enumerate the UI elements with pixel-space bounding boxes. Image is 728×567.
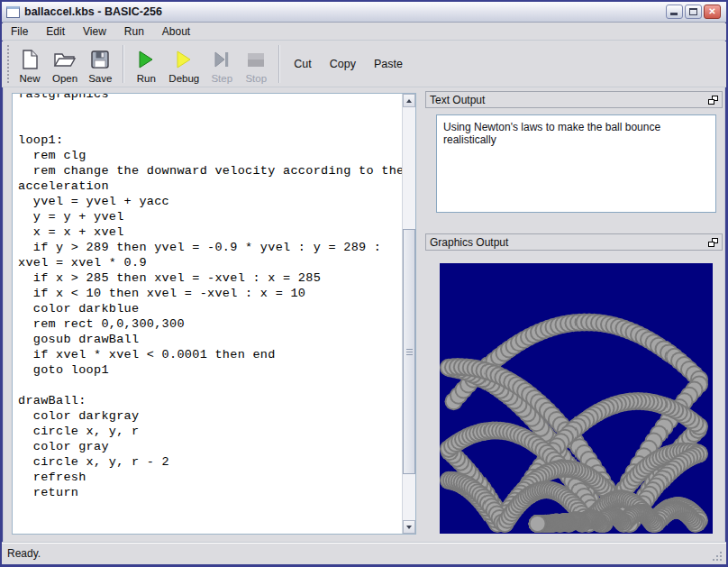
maximize-button[interactable] bbox=[685, 5, 702, 19]
debug-button[interactable]: Debug bbox=[163, 41, 205, 87]
menu-file[interactable]: File bbox=[2, 23, 37, 40]
copy-button[interactable]: Copy bbox=[321, 52, 365, 76]
text-output-content: Using Newton's laws to make the ball bou… bbox=[443, 121, 660, 146]
paste-button[interactable]: Paste bbox=[365, 52, 412, 76]
toolbar-separator bbox=[123, 45, 123, 83]
code-line: fastgraphics bbox=[18, 94, 402, 102]
app-icon bbox=[6, 6, 20, 18]
basic256-window: ballaccel.kbs - BASIC-256 ✕ File Edit Vi… bbox=[0, 0, 728, 567]
run-play-icon bbox=[137, 48, 155, 71]
stop-icon bbox=[246, 48, 266, 71]
code-line: circle x, y, r bbox=[18, 424, 402, 439]
new-button[interactable]: New bbox=[13, 41, 47, 87]
code-line: goto loop1 bbox=[18, 362, 402, 378]
graphics-canvas bbox=[440, 263, 713, 534]
menu-view[interactable]: View bbox=[74, 23, 115, 40]
code-line: if x < 10 then xvel = -xvel : x = 10 bbox=[18, 286, 402, 301]
status-text: Ready. bbox=[7, 547, 41, 560]
code-line: loop1: bbox=[18, 133, 402, 148]
graphics-output-title: Graphics Output bbox=[430, 236, 508, 249]
new-document-icon bbox=[20, 48, 40, 71]
toolbar-separator bbox=[278, 45, 279, 83]
save-button[interactable]: Save bbox=[83, 41, 117, 87]
close-button[interactable]: ✕ bbox=[704, 5, 721, 19]
code-line: refresh bbox=[18, 470, 402, 485]
arrow-up-icon bbox=[406, 99, 412, 103]
step-button[interactable]: Step bbox=[205, 41, 239, 87]
save-floppy-icon bbox=[90, 48, 110, 71]
editor-scrollbar[interactable] bbox=[402, 94, 415, 534]
resize-grip-icon[interactable] bbox=[713, 551, 723, 561]
code-line: acceleration bbox=[18, 178, 402, 194]
close-icon: ✕ bbox=[708, 6, 715, 16]
code-line: y = y + yvel bbox=[18, 209, 402, 224]
code-line bbox=[18, 102, 402, 117]
minimize-button[interactable] bbox=[666, 5, 683, 19]
open-folder-icon bbox=[53, 48, 77, 71]
maximize-icon bbox=[689, 8, 697, 15]
stop-button-label: Stop bbox=[245, 73, 267, 84]
scrollbar-thumb[interactable] bbox=[403, 229, 415, 474]
stop-button[interactable]: Stop bbox=[239, 41, 273, 87]
scroll-up-button[interactable] bbox=[403, 94, 415, 107]
graphics-output-header[interactable]: Graphics Output bbox=[425, 233, 723, 251]
step-button-label: Step bbox=[211, 73, 232, 84]
menu-about[interactable]: About bbox=[153, 23, 199, 40]
code-line bbox=[18, 378, 402, 393]
title-bar[interactable]: ballaccel.kbs - BASIC-256 ✕ bbox=[2, 2, 726, 23]
minimize-icon bbox=[670, 13, 678, 15]
code-line: if xvel * xvel < 0.0001 then end bbox=[18, 347, 402, 362]
open-button[interactable]: Open bbox=[47, 41, 83, 87]
code-line: gosub drawBall bbox=[18, 332, 402, 347]
code-line: color darkgray bbox=[18, 408, 402, 424]
code-line: x = x + xvel bbox=[18, 224, 402, 240]
code-line: rem change the downward velocity accordi… bbox=[18, 163, 402, 178]
text-output-title: Text Output bbox=[430, 94, 485, 106]
float-panel-button[interactable] bbox=[708, 96, 718, 105]
menu-bar: File Edit View Run About bbox=[2, 23, 726, 41]
window-title: ballaccel.kbs - BASIC-256 bbox=[24, 5, 162, 18]
float-icon bbox=[708, 99, 714, 105]
code-editor[interactable]: fastgraphicsloop1: rem clg rem change th… bbox=[12, 93, 416, 535]
code-line: xvel = xvel * 0.9 bbox=[18, 255, 402, 270]
float-panel-button[interactable] bbox=[708, 238, 718, 247]
run-button[interactable]: Run bbox=[129, 41, 163, 87]
cut-button[interactable]: Cut bbox=[285, 52, 320, 76]
code-line: rem rect 0,0,300,300 bbox=[18, 316, 402, 332]
run-button-label: Run bbox=[137, 73, 156, 84]
text-output-header[interactable]: Text Output bbox=[425, 91, 723, 108]
code-line: return bbox=[18, 485, 402, 500]
code-line: circle x, y, r - 2 bbox=[18, 454, 402, 470]
step-icon bbox=[213, 48, 231, 71]
toolbar-drag-handle[interactable] bbox=[6, 45, 10, 83]
new-button-label: New bbox=[19, 73, 40, 84]
arrow-down-icon bbox=[406, 526, 412, 529]
code-line: color darkblue bbox=[18, 301, 402, 316]
scroll-down-button[interactable] bbox=[403, 520, 415, 534]
code-line: if x > 285 then xvel = -xvel : x = 285 bbox=[18, 270, 402, 286]
toolbar: New Open Save bbox=[2, 41, 726, 87]
code-line: if y > 289 then yvel = -0.9 * yvel : y =… bbox=[18, 240, 402, 255]
code-line: rem clg bbox=[18, 148, 402, 163]
open-button-label: Open bbox=[52, 73, 77, 84]
save-button-label: Save bbox=[88, 73, 112, 84]
debug-play-icon bbox=[175, 48, 193, 71]
menu-edit[interactable]: Edit bbox=[37, 23, 74, 40]
code-line bbox=[18, 117, 402, 133]
float-icon bbox=[708, 242, 714, 247]
code-line: yvel = yvel + yacc bbox=[18, 194, 402, 209]
status-bar: Ready. bbox=[2, 542, 726, 564]
text-output-area[interactable]: Using Newton's laws to make the ball bou… bbox=[436, 114, 716, 213]
code-line: drawBall: bbox=[18, 393, 402, 408]
debug-button-label: Debug bbox=[168, 73, 199, 84]
menu-run[interactable]: Run bbox=[115, 23, 153, 40]
code-lines: fastgraphicsloop1: rem clg rem change th… bbox=[18, 94, 402, 500]
code-line: color gray bbox=[18, 439, 402, 454]
code-text-area[interactable]: fastgraphicsloop1: rem clg rem change th… bbox=[13, 94, 402, 534]
